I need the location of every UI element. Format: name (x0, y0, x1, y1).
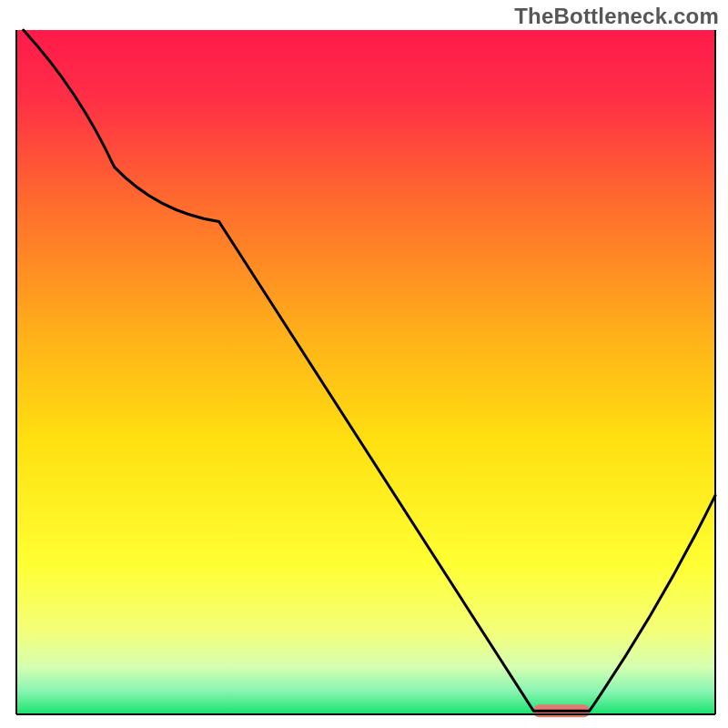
watermark-text: TheBottleneck.com (514, 4, 719, 29)
chart-frame: TheBottleneck.com (0, 0, 728, 728)
bottleneck-chart (0, 0, 728, 728)
gradient-background (16, 30, 715, 714)
